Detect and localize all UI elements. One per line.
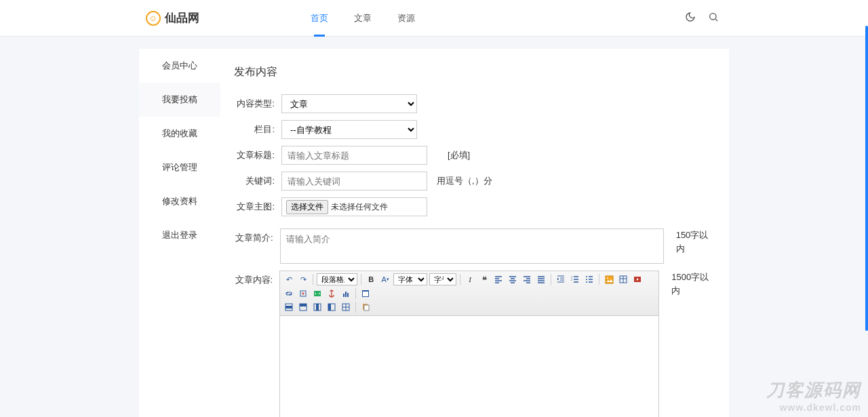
- svg-rect-14: [345, 292, 347, 297]
- fullscreen-icon[interactable]: [359, 287, 372, 300]
- label-title: 文章标题:: [234, 146, 275, 165]
- separator-icon: [361, 274, 361, 285]
- hint-content: 1500字以内: [671, 271, 715, 298]
- table-delete-row-icon[interactable]: [297, 301, 309, 313]
- page-title: 发布内容: [234, 65, 715, 79]
- svg-rect-25: [328, 304, 331, 311]
- textarea-intro[interactable]: [280, 229, 664, 264]
- main-content: 发布内容 内容类型: 文章 栏目: --自学教程 文章标题: [必填] 关键词:…: [220, 49, 729, 417]
- table-merge-icon[interactable]: [340, 301, 352, 313]
- main-layout: 会员中心 我要投稿 我的收藏 评论管理 修改资料 退出登录 发布内容 内容类型:…: [139, 49, 729, 417]
- insert-image-icon[interactable]: [603, 273, 615, 285]
- separator-icon: [460, 274, 460, 285]
- nav-resources[interactable]: 资源: [395, 0, 418, 37]
- align-left-icon[interactable]: [492, 273, 505, 285]
- table-delete-col-icon[interactable]: [326, 301, 338, 313]
- insert-code-icon[interactable]: [311, 287, 323, 300]
- insert-anchor-icon[interactable]: [326, 287, 338, 300]
- sidebar-item-profile[interactable]: 修改资料: [139, 184, 220, 218]
- sidebar-item-favorites[interactable]: 我的收藏: [139, 117, 220, 151]
- scroll-indicator[interactable]: [865, 26, 868, 331]
- sidebar-item-submit[interactable]: 我要投稿: [139, 83, 220, 117]
- table-insert-row-icon[interactable]: [283, 301, 295, 313]
- watermark: 刀客源码网 www.dkewl.com: [766, 378, 861, 413]
- svg-point-4: [586, 276, 587, 277]
- row-keywords: 关键词: 用逗号（,）分: [234, 172, 715, 191]
- separator-icon: [599, 274, 599, 285]
- site-logo[interactable]: ☺ 仙品网: [146, 10, 199, 26]
- row-title: 文章标题: [必填]: [234, 146, 715, 165]
- file-status-text: 未选择任何文件: [331, 201, 388, 213]
- svg-point-6: [586, 281, 587, 283]
- top-right-icons: [685, 12, 719, 24]
- label-column: 栏目:: [234, 120, 275, 139]
- editor-toolbar: ↶ ↷ 段落格式 B A▾ 字体 字号 I ❝: [280, 271, 658, 316]
- font-color-icon[interactable]: A▾: [379, 273, 391, 285]
- row-column: 栏目: --自学教程: [234, 120, 715, 139]
- align-center-icon[interactable]: [507, 273, 519, 285]
- svg-rect-7: [606, 276, 613, 283]
- select-font-family[interactable]: 字体: [393, 273, 427, 285]
- row-content: 文章内容: ↶ ↷ 段落格式 B A▾ 字体 字号 I: [234, 271, 715, 417]
- ordered-list-icon[interactable]: 12: [569, 273, 581, 285]
- separator-icon: [355, 288, 356, 299]
- search-icon[interactable]: [708, 12, 719, 24]
- bold-icon[interactable]: B: [365, 273, 377, 285]
- select-column[interactable]: --自学教程: [281, 120, 417, 139]
- watermark-line1: 刀客源码网: [766, 378, 861, 402]
- insert-table-icon[interactable]: [617, 273, 629, 285]
- file-picker-wrapper[interactable]: 选择文件 未选择任何文件: [281, 197, 427, 216]
- svg-point-0: [710, 14, 716, 20]
- nav-articles[interactable]: 文章: [351, 0, 374, 37]
- label-content: 文章内容:: [234, 271, 273, 290]
- paste-icon[interactable]: [359, 301, 372, 313]
- select-content-type[interactable]: 文章: [281, 94, 417, 113]
- insert-attachment-icon[interactable]: [297, 287, 309, 300]
- unordered-list-icon[interactable]: [583, 273, 595, 285]
- sidebar-item-member[interactable]: 会员中心: [139, 49, 220, 83]
- align-right-icon[interactable]: [521, 273, 533, 285]
- svg-rect-28: [364, 305, 369, 311]
- insert-link-icon[interactable]: [283, 287, 295, 300]
- theme-toggle-icon[interactable]: [685, 12, 696, 24]
- input-keywords[interactable]: [281, 172, 427, 191]
- insert-video-icon[interactable]: [631, 273, 644, 285]
- hint-intro: 150字以内: [676, 229, 715, 256]
- svg-rect-15: [347, 293, 349, 297]
- select-paragraph-format[interactable]: 段落格式: [317, 273, 357, 285]
- label-content-type: 内容类型:: [234, 94, 275, 113]
- quote-icon[interactable]: ❝: [478, 273, 490, 285]
- separator-icon: [313, 274, 313, 285]
- hint-title: [必填]: [448, 146, 470, 165]
- label-keywords: 关键词:: [234, 172, 275, 191]
- svg-text:2: 2: [571, 278, 573, 281]
- indent-icon[interactable]: [555, 273, 567, 285]
- toolbar-row-2: [283, 301, 656, 313]
- redo-icon[interactable]: ↷: [297, 273, 309, 285]
- top-header: ☺ 仙品网 首页 文章 资源: [0, 0, 868, 37]
- svg-line-1: [715, 19, 717, 21]
- input-title[interactable]: [281, 146, 427, 165]
- sidebar-item-logout[interactable]: 退出登录: [139, 218, 220, 252]
- separator-icon: [551, 274, 551, 285]
- insert-chart-icon[interactable]: [340, 287, 352, 300]
- nav-home[interactable]: 首页: [308, 0, 331, 37]
- editor-content-area[interactable]: [280, 316, 658, 417]
- undo-icon[interactable]: ↶: [283, 273, 295, 285]
- file-choose-button[interactable]: 选择文件: [286, 200, 328, 214]
- top-nav: 首页 文章 资源: [308, 0, 418, 37]
- table-insert-col-icon[interactable]: [311, 301, 323, 313]
- svg-rect-19: [285, 306, 292, 309]
- label-intro: 文章简介:: [234, 229, 273, 247]
- svg-rect-23: [316, 304, 319, 311]
- rich-text-editor: ↶ ↷ 段落格式 B A▾ 字体 字号 I ❝: [279, 271, 659, 417]
- italic-icon[interactable]: I: [464, 273, 476, 285]
- toolbar-row-1: ↶ ↷ 段落格式 B A▾ 字体 字号 I ❝: [283, 273, 656, 300]
- select-font-size[interactable]: 字号: [429, 273, 456, 285]
- row-content-type: 内容类型: 文章: [234, 94, 715, 113]
- svg-point-5: [586, 279, 587, 280]
- align-justify-icon[interactable]: [535, 273, 547, 285]
- site-name: 仙品网: [165, 10, 199, 26]
- sidebar-item-comments[interactable]: 评论管理: [139, 151, 220, 184]
- separator-icon: [355, 302, 356, 313]
